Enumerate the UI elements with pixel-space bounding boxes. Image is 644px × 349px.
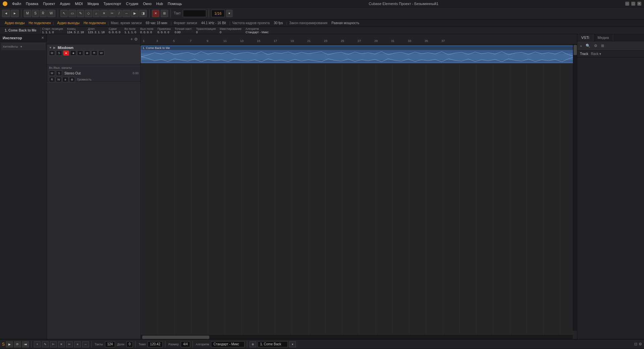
menu-media[interactable]: Медиа <box>88 2 99 6</box>
track-fold-icon[interactable]: ▼ <box>49 46 52 49</box>
maximize-button[interactable]: □ <box>631 2 635 6</box>
track-write-btn[interactable]: W <box>98 50 104 56</box>
menu-studio[interactable]: Студия <box>126 2 138 6</box>
vertical-scrollbar[interactable] <box>573 44 577 331</box>
lp-silence-btn[interactable]: ≡ <box>74 341 81 347</box>
stereo-r-btn[interactable]: R <box>49 77 55 82</box>
ruler-mark-17: 17 <box>274 39 277 43</box>
format-label: Формат записи <box>172 21 199 25</box>
ruler-mark-23: 23 <box>324 39 327 43</box>
menu-help[interactable]: Помощь <box>168 2 182 6</box>
io-m-btn[interactable]: M <box>49 70 55 76</box>
add-track-btn[interactable]: + <box>130 37 133 42</box>
menu-edit[interactable]: Правка <box>26 2 38 6</box>
audio-out-btn[interactable]: Аудио выходы <box>54 21 82 25</box>
track-monitor-btn[interactable]: ◄ <box>70 50 76 56</box>
stereo-link-btn[interactable]: ⊕ <box>69 77 75 82</box>
track-m-btn[interactable]: M <box>49 50 55 56</box>
scrollbar-thumb[interactable] <box>574 45 577 55</box>
track-e-btn[interactable]: e <box>77 50 83 56</box>
close-button[interactable]: ✕ <box>637 2 641 6</box>
track-label[interactable]: Track <box>580 52 588 56</box>
mixdown-track-header: ▼ ▶ Mixdown M S ● ◄ e ⊕ R W <box>47 44 141 82</box>
toolbar-s-btn[interactable]: S <box>32 10 39 17</box>
menu-window[interactable]: Окно <box>143 2 152 6</box>
quantize-display[interactable]: 1/16 <box>211 10 225 17</box>
rp-expand-btn[interactable]: ⊞ <box>600 43 605 49</box>
menu-hub[interactable]: Hub <box>156 2 163 6</box>
lp-beats-display[interactable]: 124 <box>105 341 115 347</box>
lp-zoom-plus[interactable]: + <box>34 341 41 347</box>
lp-expand-button[interactable]: ⊡ <box>634 342 637 346</box>
mixdown-track-name[interactable]: Mixdown <box>58 46 73 50</box>
toolbar-w-btn[interactable]: W <box>47 10 55 17</box>
ruler-mark-25: 25 <box>341 39 344 43</box>
lp-snap-btn[interactable]: ⊕ <box>250 341 256 347</box>
lp-parts-display[interactable]: 0 <box>126 341 133 347</box>
vsti-tab[interactable]: VSTi <box>577 34 593 41</box>
menu-project[interactable]: Проект <box>43 2 55 6</box>
toolbar-r-btn[interactable]: R <box>40 10 47 17</box>
toolbar-back-btn[interactable]: ◄ <box>2 10 10 17</box>
lp-scissors-btn[interactable]: ✂ <box>66 341 73 347</box>
lp-clip-dropdown[interactable]: ▾ <box>289 341 296 347</box>
rp-search-btn[interactable]: 🔍 <box>584 43 592 49</box>
toolbar-grid-btn[interactable]: ⊞ <box>161 10 168 17</box>
toolbar-erase-tool[interactable]: ◇ <box>85 10 92 17</box>
track-content: 1. Come Back to Me // Inline SVG wavefor… <box>141 44 577 339</box>
toolbar-fwd-btn[interactable]: ► <box>11 10 19 17</box>
toolbar-m-btn[interactable]: M <box>24 10 31 17</box>
toolbar-split-tool[interactable]: ✂ <box>108 10 116 17</box>
menu-file[interactable]: Файл <box>12 2 21 6</box>
toolbar-x-btn[interactable]: ✕ <box>152 10 159 17</box>
inspector-close[interactable]: ✕ <box>41 36 44 40</box>
track-settings-btn[interactable]: ⚙ <box>134 37 138 42</box>
minimize-button[interactable]: ─ <box>625 2 629 6</box>
rp-settings-btn[interactable]: ⚙ <box>593 43 599 49</box>
lp-cross-btn[interactable]: ✕ <box>58 341 65 347</box>
toolbar-color-tool[interactable]: ◨ <box>139 10 147 17</box>
lp-pencil-btn[interactable]: ✎ <box>42 341 49 347</box>
rack-label[interactable]: Rack ▾ <box>591 52 601 56</box>
rp-add-btn[interactable]: + <box>579 43 583 49</box>
toolbar-sep4 <box>170 9 171 17</box>
audio-clip[interactable]: 1. Come Back to Me // Inline SVG wavefor… <box>141 46 576 63</box>
track-link-btn[interactable]: ⊕ <box>84 50 90 56</box>
quantize-dropdown-btn[interactable]: ▾ <box>226 10 232 17</box>
toolbar-time-tool[interactable]: ↔ <box>122 10 130 17</box>
menu-midi[interactable]: MIDI <box>75 2 83 6</box>
lp-size-display[interactable]: 4/4 <box>181 341 190 347</box>
toolbar-zoom-tool[interactable]: ⌕ <box>93 10 100 17</box>
toolbar-draw-tool[interactable]: ✎ <box>77 10 84 17</box>
track-s-btn[interactable]: S <box>56 50 62 56</box>
lp-clip-name: 1. Come Back <box>258 341 288 347</box>
audio-in-btn[interactable]: Аудио входы <box>2 21 28 25</box>
track-record-btn[interactable]: ● <box>63 50 69 56</box>
stereo-e-btn[interactable]: e <box>62 77 68 82</box>
lp-trim-btn[interactable]: ⊢ <box>50 341 57 347</box>
io-s-btn[interactable]: S <box>56 70 62 76</box>
h-scrollbar-thumb[interactable] <box>142 336 209 339</box>
menu-transport[interactable]: Транспорт <box>104 2 121 6</box>
track-read-btn[interactable]: R <box>91 50 97 56</box>
lp-stretch-btn[interactable]: ↔ <box>82 341 89 347</box>
lp-back-btn[interactable]: ⏮ <box>22 341 29 347</box>
lp-play-btn[interactable]: ▶ <box>6 341 13 347</box>
toolbar-glue-tool[interactable]: / <box>116 10 122 17</box>
stereo-w-btn[interactable]: W <box>56 77 62 82</box>
toolbar-mute-tool[interactable]: ✕ <box>100 10 108 17</box>
lp-algo-display[interactable]: Стандарт - Микс <box>211 341 245 347</box>
toolbar-play-tool[interactable]: ▶ <box>131 10 139 17</box>
hitpoints-section[interactable]: Хитпойнты ▾ <box>1 43 45 50</box>
media-tab[interactable]: Медиа <box>593 34 613 41</box>
lp-settings-button[interactable]: ⚙ <box>639 342 642 346</box>
lower-panel: S ▶ ⟳ ⏮ + ✎ ⊢ ✕ ✂ ≡ ↔ Такты 124 Доли 0 Т… <box>0 339 644 349</box>
menu-audio[interactable]: Аудио <box>60 2 70 6</box>
lp-loop-btn[interactable]: ⟳ <box>14 341 21 347</box>
lp-tempo-display[interactable]: 120.42 <box>148 341 163 347</box>
toolbar-arrow-tool[interactable]: ↖ <box>60 10 68 17</box>
info-bar: Аудио входы Не подключен | Аудио выходы … <box>0 19 644 27</box>
horizontal-scrollbar[interactable] <box>141 335 573 339</box>
right-panel: VSTi Медиа + 🔍 ⚙ ⊞ Track Rack ▾ <box>577 34 644 339</box>
toolbar-range-tool[interactable]: ▭ <box>68 10 76 17</box>
